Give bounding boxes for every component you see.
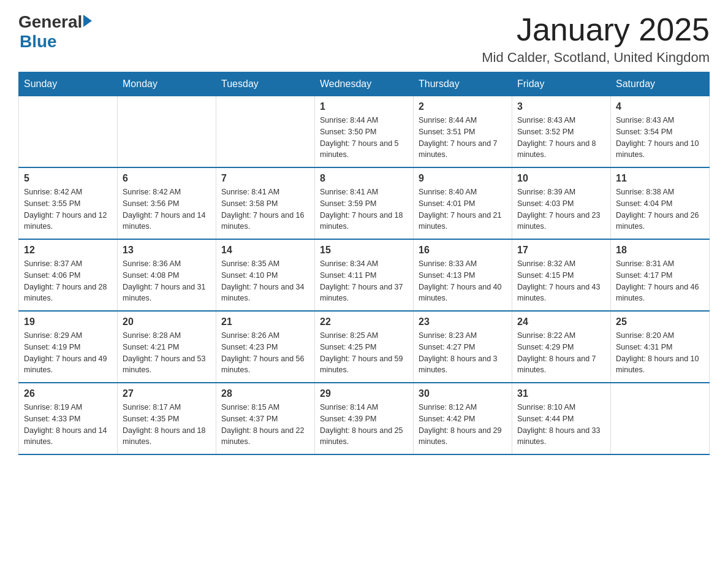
day-cell-19: 19Sunrise: 8:29 AMSunset: 4:19 PMDayligh… <box>19 311 118 383</box>
day-info: Sunrise: 8:44 AMSunset: 3:51 PMDaylight:… <box>419 115 507 161</box>
logo: General Blue <box>18 12 92 52</box>
day-cell-20: 20Sunrise: 8:28 AMSunset: 4:21 PMDayligh… <box>118 311 216 383</box>
day-cell-22: 22Sunrise: 8:25 AMSunset: 4:25 PMDayligh… <box>315 311 414 383</box>
day-info: Sunrise: 8:42 AMSunset: 3:55 PMDaylight:… <box>24 186 112 232</box>
day-cell-10: 10Sunrise: 8:39 AMSunset: 4:03 PMDayligh… <box>512 167 611 239</box>
day-header-saturday: Saturday <box>611 72 710 96</box>
day-cell-2: 2Sunrise: 8:44 AMSunset: 3:51 PMDaylight… <box>414 96 512 168</box>
day-info: Sunrise: 8:20 AMSunset: 4:31 PMDaylight:… <box>616 330 704 376</box>
day-number: 26 <box>24 388 112 399</box>
calendar-title: January 2025 <box>482 12 710 47</box>
day-cell-14: 14Sunrise: 8:35 AMSunset: 4:10 PMDayligh… <box>216 239 315 311</box>
day-info: Sunrise: 8:40 AMSunset: 4:01 PMDaylight:… <box>419 186 507 232</box>
day-number: 8 <box>320 173 408 184</box>
day-number: 12 <box>24 245 112 256</box>
day-cell-12: 12Sunrise: 8:37 AMSunset: 4:06 PMDayligh… <box>19 239 118 311</box>
day-cell-24: 24Sunrise: 8:22 AMSunset: 4:29 PMDayligh… <box>512 311 611 383</box>
day-info: Sunrise: 8:44 AMSunset: 3:50 PMDaylight:… <box>320 115 408 161</box>
day-info: Sunrise: 8:37 AMSunset: 4:06 PMDaylight:… <box>24 258 112 304</box>
day-number: 31 <box>517 388 605 399</box>
day-info: Sunrise: 8:19 AMSunset: 4:33 PMDaylight:… <box>24 402 112 448</box>
day-info: Sunrise: 8:10 AMSunset: 4:44 PMDaylight:… <box>517 402 605 448</box>
day-info: Sunrise: 8:14 AMSunset: 4:39 PMDaylight:… <box>320 402 408 448</box>
logo-arrow-icon <box>83 15 92 27</box>
day-cell-11: 11Sunrise: 8:38 AMSunset: 4:04 PMDayligh… <box>611 167 710 239</box>
day-cell-4: 4Sunrise: 8:43 AMSunset: 3:54 PMDaylight… <box>611 96 710 168</box>
day-info: Sunrise: 8:39 AMSunset: 4:03 PMDaylight:… <box>517 186 605 232</box>
day-cell-23: 23Sunrise: 8:23 AMSunset: 4:27 PMDayligh… <box>414 311 512 383</box>
day-cell-15: 15Sunrise: 8:34 AMSunset: 4:11 PMDayligh… <box>315 239 414 311</box>
day-number: 19 <box>24 316 112 327</box>
day-info: Sunrise: 8:26 AMSunset: 4:23 PMDaylight:… <box>221 330 309 376</box>
day-number: 9 <box>419 173 507 184</box>
day-number: 27 <box>123 388 211 399</box>
day-info: Sunrise: 8:22 AMSunset: 4:29 PMDaylight:… <box>517 330 605 376</box>
day-info: Sunrise: 8:17 AMSunset: 4:35 PMDaylight:… <box>123 402 211 448</box>
day-number: 11 <box>616 173 704 184</box>
day-info: Sunrise: 8:15 AMSunset: 4:37 PMDaylight:… <box>221 402 309 448</box>
day-header-tuesday: Tuesday <box>216 72 315 96</box>
day-number: 10 <box>517 173 605 184</box>
calendar-subtitle: Mid Calder, Scotland, United Kingdom <box>482 50 710 66</box>
day-cell-21: 21Sunrise: 8:26 AMSunset: 4:23 PMDayligh… <box>216 311 315 383</box>
empty-cell <box>611 383 710 454</box>
day-info: Sunrise: 8:38 AMSunset: 4:04 PMDaylight:… <box>616 186 704 232</box>
day-number: 13 <box>123 245 211 256</box>
day-info: Sunrise: 8:42 AMSunset: 3:56 PMDaylight:… <box>123 186 211 232</box>
day-header-sunday: Sunday <box>19 72 118 96</box>
day-info: Sunrise: 8:43 AMSunset: 3:52 PMDaylight:… <box>517 115 605 161</box>
day-cell-16: 16Sunrise: 8:33 AMSunset: 4:13 PMDayligh… <box>414 239 512 311</box>
day-number: 22 <box>320 316 408 327</box>
days-header-row: SundayMondayTuesdayWednesdayThursdayFrid… <box>19 72 710 96</box>
day-number: 5 <box>24 173 112 184</box>
day-header-friday: Friday <box>512 72 611 96</box>
week-row-4: 19Sunrise: 8:29 AMSunset: 4:19 PMDayligh… <box>19 311 710 383</box>
week-row-5: 26Sunrise: 8:19 AMSunset: 4:33 PMDayligh… <box>19 383 710 454</box>
title-area: January 2025 Mid Calder, Scotland, Unite… <box>482 12 710 66</box>
day-number: 7 <box>221 173 309 184</box>
day-cell-28: 28Sunrise: 8:15 AMSunset: 4:37 PMDayligh… <box>216 383 315 454</box>
day-number: 3 <box>517 101 605 112</box>
day-info: Sunrise: 8:23 AMSunset: 4:27 PMDaylight:… <box>419 330 507 376</box>
day-info: Sunrise: 8:31 AMSunset: 4:17 PMDaylight:… <box>616 258 704 304</box>
week-row-2: 5Sunrise: 8:42 AMSunset: 3:55 PMDaylight… <box>19 167 710 239</box>
day-cell-3: 3Sunrise: 8:43 AMSunset: 3:52 PMDaylight… <box>512 96 611 168</box>
empty-cell <box>216 96 315 168</box>
day-number: 29 <box>320 388 408 399</box>
day-number: 18 <box>616 245 704 256</box>
day-cell-6: 6Sunrise: 8:42 AMSunset: 3:56 PMDaylight… <box>118 167 216 239</box>
day-cell-13: 13Sunrise: 8:36 AMSunset: 4:08 PMDayligh… <box>118 239 216 311</box>
day-number: 30 <box>419 388 507 399</box>
day-header-wednesday: Wednesday <box>315 72 414 96</box>
day-info: Sunrise: 8:43 AMSunset: 3:54 PMDaylight:… <box>616 115 704 161</box>
day-info: Sunrise: 8:41 AMSunset: 3:58 PMDaylight:… <box>221 186 309 232</box>
day-number: 2 <box>419 101 507 112</box>
day-info: Sunrise: 8:34 AMSunset: 4:11 PMDaylight:… <box>320 258 408 304</box>
day-info: Sunrise: 8:25 AMSunset: 4:25 PMDaylight:… <box>320 330 408 376</box>
day-number: 28 <box>221 388 309 399</box>
day-number: 24 <box>517 316 605 327</box>
day-number: 4 <box>616 101 704 112</box>
day-number: 14 <box>221 245 309 256</box>
day-info: Sunrise: 8:28 AMSunset: 4:21 PMDaylight:… <box>123 330 211 376</box>
day-number: 25 <box>616 316 704 327</box>
day-number: 6 <box>123 173 211 184</box>
calendar-table: SundayMondayTuesdayWednesdayThursdayFrid… <box>18 72 710 455</box>
week-row-1: 1Sunrise: 8:44 AMSunset: 3:50 PMDaylight… <box>19 96 710 168</box>
day-number: 20 <box>123 316 211 327</box>
day-cell-7: 7Sunrise: 8:41 AMSunset: 3:58 PMDaylight… <box>216 167 315 239</box>
day-number: 21 <box>221 316 309 327</box>
day-number: 23 <box>419 316 507 327</box>
day-cell-29: 29Sunrise: 8:14 AMSunset: 4:39 PMDayligh… <box>315 383 414 454</box>
empty-cell <box>19 96 118 168</box>
day-cell-25: 25Sunrise: 8:20 AMSunset: 4:31 PMDayligh… <box>611 311 710 383</box>
day-cell-18: 18Sunrise: 8:31 AMSunset: 4:17 PMDayligh… <box>611 239 710 311</box>
day-cell-9: 9Sunrise: 8:40 AMSunset: 4:01 PMDaylight… <box>414 167 512 239</box>
week-row-3: 12Sunrise: 8:37 AMSunset: 4:06 PMDayligh… <box>19 239 710 311</box>
day-number: 15 <box>320 245 408 256</box>
day-cell-5: 5Sunrise: 8:42 AMSunset: 3:55 PMDaylight… <box>19 167 118 239</box>
empty-cell <box>118 96 216 168</box>
day-info: Sunrise: 8:35 AMSunset: 4:10 PMDaylight:… <box>221 258 309 304</box>
day-info: Sunrise: 8:41 AMSunset: 3:59 PMDaylight:… <box>320 186 408 232</box>
day-cell-8: 8Sunrise: 8:41 AMSunset: 3:59 PMDaylight… <box>315 167 414 239</box>
